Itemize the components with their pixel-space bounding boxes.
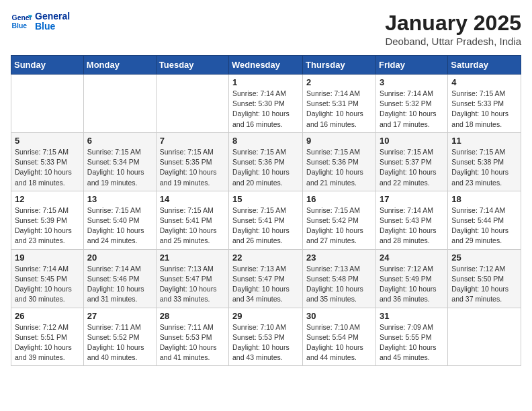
day-number: 14 [160, 194, 225, 204]
calendar-week-row: 5Sunrise: 7:15 AM Sunset: 5:33 PM Daylig… [11, 132, 521, 191]
day-of-week-header: Saturday [448, 56, 521, 75]
day-number: 11 [451, 136, 517, 146]
day-info: Sunrise: 7:15 AM Sunset: 5:41 PM Dayligh… [232, 205, 299, 246]
calendar-cell: 13Sunrise: 7:15 AM Sunset: 5:40 PM Dayli… [83, 191, 156, 249]
calendar-cell: 15Sunrise: 7:15 AM Sunset: 5:41 PM Dayli… [229, 191, 303, 249]
day-info: Sunrise: 7:15 AM Sunset: 5:42 PM Dayligh… [306, 205, 372, 246]
calendar-cell: 18Sunrise: 7:14 AM Sunset: 5:44 PM Dayli… [448, 191, 521, 249]
logo-text-line1: General [35, 11, 70, 21]
title-block: January 2025 Deoband, Uttar Pradesh, Ind… [385, 11, 521, 47]
day-info: Sunrise: 7:14 AM Sunset: 5:44 PM Dayligh… [451, 205, 517, 246]
calendar-cell: 14Sunrise: 7:15 AM Sunset: 5:41 PM Dayli… [156, 191, 228, 249]
calendar-cell: 11Sunrise: 7:15 AM Sunset: 5:38 PM Dayli… [448, 132, 521, 191]
day-info: Sunrise: 7:12 AM Sunset: 5:49 PM Dayligh… [380, 264, 444, 305]
day-info: Sunrise: 7:15 AM Sunset: 5:36 PM Dayligh… [232, 147, 299, 188]
day-of-week-header: Tuesday [156, 56, 228, 75]
calendar-week-row: 26Sunrise: 7:12 AM Sunset: 5:51 PM Dayli… [11, 308, 521, 366]
day-number: 19 [15, 253, 80, 263]
day-info: Sunrise: 7:11 AM Sunset: 5:52 PM Dayligh… [87, 322, 152, 363]
day-info: Sunrise: 7:12 AM Sunset: 5:50 PM Dayligh… [451, 264, 517, 305]
calendar-cell: 9Sunrise: 7:15 AM Sunset: 5:36 PM Daylig… [303, 132, 376, 191]
day-info: Sunrise: 7:13 AM Sunset: 5:47 PM Dayligh… [160, 264, 225, 305]
svg-text:Blue: Blue [12, 22, 28, 30]
logo-text-line2: Blue [35, 21, 70, 32]
day-number: 23 [306, 253, 372, 263]
day-number: 10 [380, 136, 444, 146]
day-info: Sunrise: 7:10 AM Sunset: 5:54 PM Dayligh… [306, 322, 372, 363]
day-info: Sunrise: 7:13 AM Sunset: 5:48 PM Dayligh… [306, 264, 372, 305]
day-number: 12 [15, 194, 80, 204]
calendar-cell: 27Sunrise: 7:11 AM Sunset: 5:52 PM Dayli… [83, 308, 156, 366]
day-number: 9 [306, 136, 372, 146]
day-info: Sunrise: 7:14 AM Sunset: 5:43 PM Dayligh… [380, 205, 444, 246]
day-info: Sunrise: 7:14 AM Sunset: 5:32 PM Dayligh… [380, 89, 444, 130]
calendar-cell: 22Sunrise: 7:13 AM Sunset: 5:47 PM Dayli… [229, 249, 303, 308]
day-number: 20 [87, 253, 152, 263]
calendar-week-row: 1Sunrise: 7:14 AM Sunset: 5:30 PM Daylig… [11, 75, 521, 133]
day-number: 30 [306, 311, 372, 321]
day-number: 7 [160, 136, 225, 146]
day-info: Sunrise: 7:15 AM Sunset: 5:36 PM Dayligh… [306, 147, 372, 188]
calendar-cell: 3Sunrise: 7:14 AM Sunset: 5:32 PM Daylig… [375, 75, 447, 133]
day-number: 1 [232, 77, 299, 87]
day-number: 13 [87, 194, 152, 204]
logo: General Blue General Blue [11, 11, 70, 32]
calendar-cell: 7Sunrise: 7:15 AM Sunset: 5:35 PM Daylig… [156, 132, 228, 191]
calendar-cell: 1Sunrise: 7:14 AM Sunset: 5:30 PM Daylig… [229, 75, 303, 133]
day-info: Sunrise: 7:14 AM Sunset: 5:30 PM Dayligh… [232, 89, 299, 130]
calendar-cell [448, 308, 521, 366]
day-info: Sunrise: 7:11 AM Sunset: 5:53 PM Dayligh… [160, 322, 225, 363]
calendar-header-row: SundayMondayTuesdayWednesdayThursdayFrid… [11, 56, 521, 75]
day-number: 25 [451, 253, 517, 263]
day-info: Sunrise: 7:15 AM Sunset: 5:39 PM Dayligh… [15, 205, 80, 246]
day-of-week-header: Wednesday [229, 56, 303, 75]
day-info: Sunrise: 7:14 AM Sunset: 5:46 PM Dayligh… [87, 264, 152, 305]
day-number: 17 [380, 194, 444, 204]
calendar-cell [156, 75, 228, 133]
day-number: 29 [232, 311, 299, 321]
day-number: 21 [160, 253, 225, 263]
day-info: Sunrise: 7:14 AM Sunset: 5:31 PM Dayligh… [306, 89, 372, 130]
calendar-cell: 8Sunrise: 7:15 AM Sunset: 5:36 PM Daylig… [229, 132, 303, 191]
page-header: General Blue General Blue January 2025 D… [11, 11, 521, 47]
calendar-cell: 10Sunrise: 7:15 AM Sunset: 5:37 PM Dayli… [375, 132, 447, 191]
day-number: 18 [451, 194, 517, 204]
calendar-cell: 16Sunrise: 7:15 AM Sunset: 5:42 PM Dayli… [303, 191, 376, 249]
calendar-cell: 5Sunrise: 7:15 AM Sunset: 5:33 PM Daylig… [11, 132, 84, 191]
day-number: 6 [87, 136, 152, 146]
day-number: 2 [306, 77, 372, 87]
day-info: Sunrise: 7:15 AM Sunset: 5:40 PM Dayligh… [87, 205, 152, 246]
day-number: 27 [87, 311, 152, 321]
calendar-cell: 31Sunrise: 7:09 AM Sunset: 5:55 PM Dayli… [375, 308, 447, 366]
day-number: 22 [232, 253, 299, 263]
day-info: Sunrise: 7:09 AM Sunset: 5:55 PM Dayligh… [380, 322, 444, 363]
calendar-week-row: 19Sunrise: 7:14 AM Sunset: 5:45 PM Dayli… [11, 249, 521, 308]
calendar-cell: 25Sunrise: 7:12 AM Sunset: 5:50 PM Dayli… [448, 249, 521, 308]
day-info: Sunrise: 7:15 AM Sunset: 5:41 PM Dayligh… [160, 205, 225, 246]
day-info: Sunrise: 7:15 AM Sunset: 5:33 PM Dayligh… [451, 89, 517, 130]
day-info: Sunrise: 7:15 AM Sunset: 5:34 PM Dayligh… [87, 147, 152, 188]
day-info: Sunrise: 7:14 AM Sunset: 5:45 PM Dayligh… [15, 264, 80, 305]
calendar-cell [11, 75, 84, 133]
day-info: Sunrise: 7:15 AM Sunset: 5:38 PM Dayligh… [451, 147, 517, 188]
day-number: 5 [15, 136, 80, 146]
day-info: Sunrise: 7:15 AM Sunset: 5:33 PM Dayligh… [15, 147, 80, 188]
day-number: 8 [232, 136, 299, 146]
day-number: 28 [160, 311, 225, 321]
calendar-cell: 4Sunrise: 7:15 AM Sunset: 5:33 PM Daylig… [448, 75, 521, 133]
day-number: 26 [15, 311, 80, 321]
location-subtitle: Deoband, Uttar Pradesh, India [385, 36, 521, 47]
calendar-cell: 19Sunrise: 7:14 AM Sunset: 5:45 PM Dayli… [11, 249, 84, 308]
day-number: 15 [232, 194, 299, 204]
logo-icon: General Blue [11, 11, 32, 32]
calendar-cell: 20Sunrise: 7:14 AM Sunset: 5:46 PM Dayli… [83, 249, 156, 308]
month-title: January 2025 [385, 11, 521, 36]
calendar-cell: 17Sunrise: 7:14 AM Sunset: 5:43 PM Dayli… [375, 191, 447, 249]
calendar-table: SundayMondayTuesdayWednesdayThursdayFrid… [11, 55, 521, 366]
day-number: 24 [380, 253, 444, 263]
calendar-cell: 29Sunrise: 7:10 AM Sunset: 5:53 PM Dayli… [229, 308, 303, 366]
calendar-cell: 28Sunrise: 7:11 AM Sunset: 5:53 PM Dayli… [156, 308, 228, 366]
calendar-cell: 2Sunrise: 7:14 AM Sunset: 5:31 PM Daylig… [303, 75, 376, 133]
calendar-cell: 30Sunrise: 7:10 AM Sunset: 5:54 PM Dayli… [303, 308, 376, 366]
calendar-cell: 23Sunrise: 7:13 AM Sunset: 5:48 PM Dayli… [303, 249, 376, 308]
